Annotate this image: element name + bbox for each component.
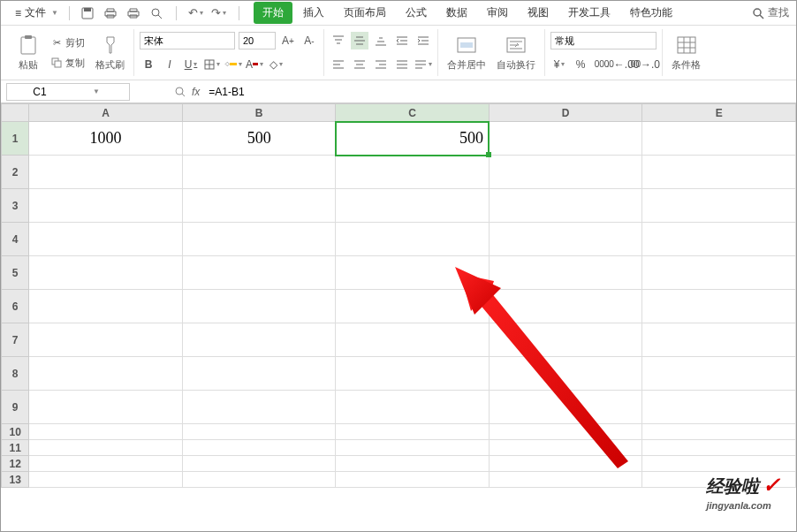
font-size-select[interactable] bbox=[239, 32, 276, 49]
align-left-button[interactable] bbox=[330, 56, 347, 73]
print-icon[interactable] bbox=[126, 6, 140, 20]
decrease-font-button[interactable]: A- bbox=[300, 32, 318, 49]
cell-A12[interactable] bbox=[29, 456, 183, 472]
cell-E1[interactable] bbox=[642, 122, 796, 156]
cell-D10[interactable] bbox=[489, 424, 642, 440]
spreadsheet-grid[interactable]: ABCDE110005005002345678910111213 bbox=[1, 103, 796, 488]
fill-color-button[interactable]: ▾ bbox=[224, 56, 242, 73]
col-header-C[interactable]: C bbox=[336, 104, 490, 122]
col-header-E[interactable]: E bbox=[642, 104, 796, 122]
row-header-13[interactable]: 13 bbox=[2, 472, 29, 488]
cell-C8[interactable] bbox=[336, 357, 490, 391]
cell-B9[interactable] bbox=[182, 391, 336, 424]
col-header-B[interactable]: B bbox=[182, 104, 336, 122]
search-button[interactable]: 查找 bbox=[752, 5, 789, 20]
decrease-decimal-button[interactable]: .00→.0 bbox=[635, 56, 653, 73]
align-center-button[interactable] bbox=[351, 56, 368, 73]
cell-E11[interactable] bbox=[642, 440, 796, 456]
cell-B1[interactable]: 500 bbox=[182, 122, 336, 156]
cell-E2[interactable] bbox=[642, 156, 796, 189]
increase-indent-button[interactable] bbox=[414, 32, 432, 49]
tab-6[interactable]: 视图 bbox=[519, 2, 558, 24]
cell-B8[interactable] bbox=[182, 357, 336, 391]
cell-B6[interactable] bbox=[182, 290, 336, 323]
cell-D11[interactable] bbox=[489, 440, 642, 456]
preview-icon[interactable] bbox=[149, 6, 163, 20]
select-all-corner[interactable] bbox=[2, 104, 29, 122]
italic-button[interactable]: I bbox=[161, 56, 178, 73]
increase-font-button[interactable]: A+ bbox=[279, 32, 297, 49]
row-header-10[interactable]: 10 bbox=[2, 424, 29, 440]
row-header-9[interactable]: 9 bbox=[2, 391, 29, 424]
cell-E4[interactable] bbox=[642, 223, 796, 256]
tab-2[interactable]: 页面布局 bbox=[335, 2, 395, 24]
row-header-5[interactable]: 5 bbox=[2, 256, 29, 290]
cell-B4[interactable] bbox=[182, 223, 336, 256]
cell-D9[interactable] bbox=[489, 391, 642, 424]
cell-E8[interactable] bbox=[642, 357, 796, 391]
decrease-indent-button[interactable] bbox=[393, 32, 411, 49]
cell-C12[interactable] bbox=[336, 456, 490, 472]
align-top-button[interactable] bbox=[330, 32, 347, 49]
align-right-button[interactable] bbox=[372, 56, 390, 73]
cell-D7[interactable] bbox=[489, 323, 642, 357]
cell-B12[interactable] bbox=[182, 456, 336, 472]
cell-C4[interactable] bbox=[336, 223, 490, 256]
cell-A1[interactable]: 1000 bbox=[29, 122, 183, 156]
cell-D3[interactable] bbox=[489, 189, 642, 223]
cell-B5[interactable] bbox=[182, 256, 336, 290]
cell-B11[interactable] bbox=[182, 440, 336, 456]
cell-D2[interactable] bbox=[489, 156, 642, 189]
cell-E7[interactable] bbox=[642, 323, 796, 357]
undo-icon[interactable]: ↶▾ bbox=[189, 6, 203, 20]
font-name-select[interactable] bbox=[140, 32, 235, 49]
col-header-D[interactable]: D bbox=[489, 104, 642, 122]
paste-button[interactable]: 粘贴 bbox=[13, 34, 43, 72]
cell-A13[interactable] bbox=[29, 472, 183, 488]
fx-icon[interactable]: fx bbox=[192, 86, 200, 98]
cell-D6[interactable] bbox=[489, 290, 642, 323]
copy-button[interactable]: 复制 bbox=[47, 55, 88, 72]
cell-C11[interactable] bbox=[336, 440, 490, 456]
cell-D12[interactable] bbox=[489, 456, 642, 472]
cell-B3[interactable] bbox=[182, 189, 336, 223]
currency-button[interactable]: ¥▾ bbox=[550, 56, 568, 73]
print2-icon[interactable] bbox=[103, 6, 118, 20]
cell-C1[interactable]: 500 bbox=[336, 122, 490, 156]
cell-E5[interactable] bbox=[642, 256, 796, 290]
cell-D4[interactable] bbox=[489, 223, 642, 256]
tab-3[interactable]: 公式 bbox=[397, 2, 436, 24]
cell-C6[interactable] bbox=[336, 290, 490, 323]
cell-B2[interactable] bbox=[182, 156, 336, 189]
bold-button[interactable]: B bbox=[140, 56, 157, 73]
row-header-12[interactable]: 12 bbox=[2, 456, 29, 472]
cell-C5[interactable] bbox=[336, 256, 490, 290]
row-header-6[interactable]: 6 bbox=[2, 290, 29, 323]
format-painter-button[interactable]: 格式刷 bbox=[92, 34, 128, 72]
align-middle-button[interactable] bbox=[351, 32, 368, 49]
wrap-button[interactable]: 自动换行 bbox=[493, 34, 539, 72]
underline-button[interactable]: U▾ bbox=[182, 56, 200, 73]
cell-C10[interactable] bbox=[336, 424, 490, 440]
cell-B10[interactable] bbox=[182, 424, 336, 440]
cell-E10[interactable] bbox=[642, 424, 796, 440]
row-header-11[interactable]: 11 bbox=[2, 440, 29, 456]
clear-format-button[interactable]: ◇▾ bbox=[267, 56, 285, 73]
cell-D1[interactable] bbox=[489, 122, 642, 156]
cell-E6[interactable] bbox=[642, 290, 796, 323]
cell-A6[interactable] bbox=[29, 290, 183, 323]
merge-button[interactable]: 合并居中 bbox=[444, 34, 490, 72]
col-header-A[interactable]: A bbox=[29, 104, 183, 122]
number-format-select[interactable] bbox=[550, 32, 657, 49]
cut-button[interactable]: ✂ 剪切 bbox=[47, 34, 88, 51]
percent-button[interactable]: % bbox=[572, 56, 589, 73]
row-header-1[interactable]: 1 bbox=[2, 122, 29, 156]
file-menu-button[interactable]: ≡ 文件 ▼ bbox=[8, 4, 65, 22]
row-header-3[interactable]: 3 bbox=[2, 189, 29, 223]
cell-A7[interactable] bbox=[29, 323, 183, 357]
tab-0[interactable]: 开始 bbox=[254, 2, 292, 24]
cell-E12[interactable] bbox=[642, 456, 796, 472]
cell-A11[interactable] bbox=[29, 440, 183, 456]
save-icon[interactable] bbox=[80, 6, 95, 20]
cell-C13[interactable] bbox=[336, 472, 490, 488]
